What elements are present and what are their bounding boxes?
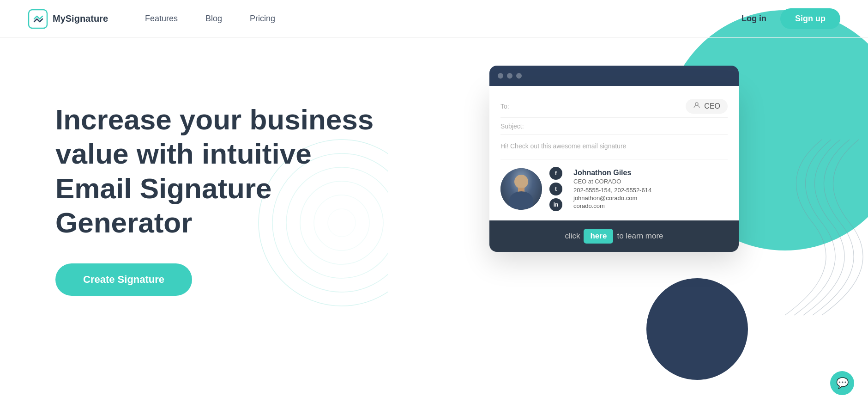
avatar-inner xyxy=(500,168,542,210)
hero-section: Increase your business value with intuit… xyxy=(0,38,868,408)
nav-link-features[interactable]: Features xyxy=(145,14,178,24)
signature-socials: f t in xyxy=(549,167,562,211)
chat-icon: 💬 xyxy=(836,377,849,389)
logo-text: MySignature xyxy=(53,13,108,24)
to-label: To: xyxy=(500,103,530,110)
linkedin-icon: in xyxy=(549,198,562,211)
svg-rect-0 xyxy=(29,10,47,28)
browser-dot-1 xyxy=(498,73,503,79)
banner-post-text: to learn more xyxy=(617,232,663,241)
avatar-body xyxy=(509,191,533,210)
sig-phone: 202-5555-154, 202-5552-614 xyxy=(573,187,728,194)
email-body-text: Hi! Check out this awesome email signatu… xyxy=(500,135,728,159)
nav-link-blog[interactable]: Blog xyxy=(205,14,222,24)
cta-banner[interactable]: click here to learn more xyxy=(489,220,739,252)
sig-website: corado.com xyxy=(573,202,728,209)
chat-button[interactable]: 💬 xyxy=(830,371,854,395)
navbar: MySignature Features Blog Pricing Log in… xyxy=(0,0,868,38)
browser-bar xyxy=(489,66,739,86)
person-icon xyxy=(693,102,700,111)
signature-card: f t in Johnathon Giles CEO at CORADO 202… xyxy=(500,159,728,220)
logo[interactable]: MySignature xyxy=(28,9,108,29)
deco-wave-right xyxy=(776,130,868,338)
email-to-field: To: CEO xyxy=(500,95,728,118)
signup-button[interactable]: Sign up xyxy=(780,8,840,29)
email-mockup: To: CEO Subject: Hi! Check out this awes… xyxy=(489,66,739,252)
signature-avatar xyxy=(500,168,542,210)
sig-name: Johnathon Giles xyxy=(573,169,728,177)
banner-here-text[interactable]: here xyxy=(584,229,613,244)
svg-point-7 xyxy=(695,103,698,105)
ceo-badge: CEO xyxy=(686,99,728,114)
create-signature-button[interactable]: Create Signature xyxy=(55,263,192,296)
hero-left: Increase your business value with intuit… xyxy=(55,75,379,296)
twitter-icon: t xyxy=(549,183,562,195)
email-body: To: CEO Subject: Hi! Check out this awes… xyxy=(489,86,739,252)
email-subject-field: Subject: xyxy=(500,118,728,135)
sig-email: johnathon@corado.com xyxy=(573,195,728,201)
hero-title: Increase your business value with intuit… xyxy=(55,103,379,240)
login-button[interactable]: Log in xyxy=(741,14,766,24)
logo-icon xyxy=(28,9,48,29)
subject-label: Subject: xyxy=(500,122,530,130)
ceo-badge-text: CEO xyxy=(704,102,720,110)
nav-link-pricing[interactable]: Pricing xyxy=(250,14,275,24)
browser-dot-2 xyxy=(507,73,512,79)
browser-dot-3 xyxy=(516,73,522,79)
facebook-icon: f xyxy=(549,167,562,180)
nav-links: Features Blog Pricing xyxy=(145,14,741,24)
banner-pre-text: click xyxy=(565,232,580,241)
avatar-head xyxy=(514,175,528,189)
signature-info: Johnathon Giles CEO at CORADO 202-5555-1… xyxy=(573,169,728,209)
nav-actions: Log in Sign up xyxy=(741,8,840,29)
sig-title: CEO at CORADO xyxy=(573,178,728,185)
deco-navy-circle xyxy=(646,278,748,380)
